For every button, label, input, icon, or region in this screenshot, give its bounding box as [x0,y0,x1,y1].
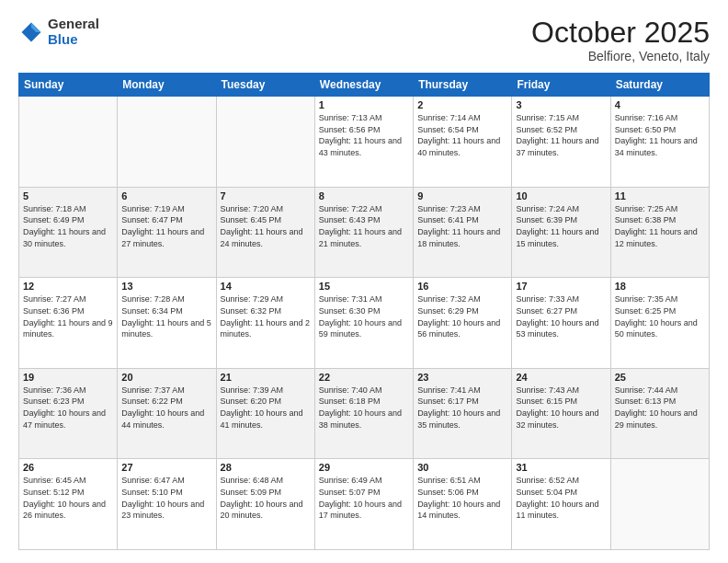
table-row: 18Sunrise: 7:35 AMSunset: 6:25 PMDayligh… [610,278,709,369]
day-info: Sunrise: 7:19 AMSunset: 6:47 PMDaylight:… [121,203,211,249]
day-number: 19 [23,372,113,383]
day-info: Sunrise: 7:18 AMSunset: 6:49 PMDaylight:… [23,203,113,249]
logo-blue: Blue [48,32,99,48]
day-info: Sunrise: 7:33 AMSunset: 6:27 PMDaylight:… [516,293,606,339]
day-info: Sunrise: 6:52 AMSunset: 5:04 PMDaylight:… [516,475,606,521]
day-number: 26 [23,462,113,473]
table-row: 13Sunrise: 7:28 AMSunset: 6:34 PMDayligh… [118,278,216,369]
table-row: 11Sunrise: 7:25 AMSunset: 6:38 PMDayligh… [610,187,709,278]
logo-icon [18,19,44,45]
table-row: 1Sunrise: 7:13 AMSunset: 6:56 PMDaylight… [314,97,413,188]
day-info: Sunrise: 7:28 AMSunset: 6:34 PMDaylight:… [121,293,211,339]
table-row: 7Sunrise: 7:20 AMSunset: 6:45 PMDaylight… [216,187,314,278]
day-number: 27 [121,462,211,473]
table-row: 30Sunrise: 6:51 AMSunset: 5:06 PMDayligh… [414,459,512,550]
day-info: Sunrise: 6:51 AMSunset: 5:06 PMDaylight:… [417,475,507,521]
day-info: Sunrise: 7:35 AMSunset: 6:25 PMDaylight:… [615,293,705,339]
title-area: October 2025 Belfiore, Veneto, Italy [531,17,710,63]
day-info: Sunrise: 7:41 AMSunset: 6:17 PMDaylight:… [417,385,507,431]
calendar-week-row: 12Sunrise: 7:27 AMSunset: 6:36 PMDayligh… [19,278,710,369]
calendar-week-row: 26Sunrise: 6:45 AMSunset: 5:12 PMDayligh… [19,459,710,550]
day-info: Sunrise: 7:27 AMSunset: 6:36 PMDaylight:… [23,293,113,339]
logo-general: General [48,17,99,32]
table-row: 25Sunrise: 7:44 AMSunset: 6:13 PMDayligh… [610,368,709,459]
day-info: Sunrise: 6:48 AMSunset: 5:09 PMDaylight:… [221,475,311,521]
day-info: Sunrise: 7:16 AMSunset: 6:50 PMDaylight:… [615,112,705,158]
calendar-header-row: Sunday Monday Tuesday Wednesday Thursday… [19,74,710,97]
day-number: 20 [121,372,211,383]
logo: General Blue [18,17,99,47]
month-title: October 2025 [531,17,710,49]
table-row: 28Sunrise: 6:48 AMSunset: 5:09 PMDayligh… [216,459,314,550]
col-monday: Monday [118,74,216,97]
day-number: 15 [319,281,409,292]
day-number: 29 [319,462,409,473]
col-tuesday: Tuesday [216,74,314,97]
table-row: 2Sunrise: 7:14 AMSunset: 6:54 PMDaylight… [414,97,512,188]
table-row: 10Sunrise: 7:24 AMSunset: 6:39 PMDayligh… [512,187,610,278]
calendar-week-row: 5Sunrise: 7:18 AMSunset: 6:49 PMDaylight… [19,187,710,278]
day-number: 18 [615,281,705,292]
day-info: Sunrise: 7:15 AMSunset: 6:52 PMDaylight:… [516,112,606,158]
col-thursday: Thursday [414,74,512,97]
day-number: 9 [417,190,507,201]
table-row: 31Sunrise: 6:52 AMSunset: 5:04 PMDayligh… [512,459,610,550]
day-info: Sunrise: 7:13 AMSunset: 6:56 PMDaylight:… [319,112,409,158]
table-row: 8Sunrise: 7:22 AMSunset: 6:43 PMDaylight… [314,187,413,278]
day-number: 6 [121,190,211,201]
day-number: 23 [417,372,507,383]
day-info: Sunrise: 6:49 AMSunset: 5:07 PMDaylight:… [319,475,409,521]
table-row [610,459,709,550]
day-info: Sunrise: 7:37 AMSunset: 6:22 PMDaylight:… [121,385,211,431]
day-info: Sunrise: 7:44 AMSunset: 6:13 PMDaylight:… [615,385,705,431]
day-info: Sunrise: 7:23 AMSunset: 6:41 PMDaylight:… [417,203,507,249]
day-info: Sunrise: 7:25 AMSunset: 6:38 PMDaylight:… [615,203,705,249]
col-sunday: Sunday [19,74,118,97]
day-info: Sunrise: 6:47 AMSunset: 5:10 PMDaylight:… [121,475,211,521]
table-row: 14Sunrise: 7:29 AMSunset: 6:32 PMDayligh… [216,278,314,369]
day-number: 30 [417,462,507,473]
day-info: Sunrise: 7:43 AMSunset: 6:15 PMDaylight:… [516,385,606,431]
day-number: 24 [516,372,606,383]
day-number: 10 [516,190,606,201]
day-number: 11 [615,190,705,201]
table-row: 9Sunrise: 7:23 AMSunset: 6:41 PMDaylight… [414,187,512,278]
day-info: Sunrise: 7:29 AMSunset: 6:32 PMDaylight:… [221,293,311,339]
day-number: 25 [615,372,705,383]
col-friday: Friday [512,74,610,97]
table-row: 24Sunrise: 7:43 AMSunset: 6:15 PMDayligh… [512,368,610,459]
table-row: 23Sunrise: 7:41 AMSunset: 6:17 PMDayligh… [414,368,512,459]
day-number: 2 [417,99,507,110]
calendar-week-row: 1Sunrise: 7:13 AMSunset: 6:56 PMDaylight… [19,97,710,188]
day-info: Sunrise: 7:24 AMSunset: 6:39 PMDaylight:… [516,203,606,249]
day-info: Sunrise: 7:40 AMSunset: 6:18 PMDaylight:… [319,385,409,431]
day-number: 22 [319,372,409,383]
calendar-week-row: 19Sunrise: 7:36 AMSunset: 6:23 PMDayligh… [19,368,710,459]
location-subtitle: Belfiore, Veneto, Italy [531,49,710,63]
day-number: 21 [221,372,311,383]
table-row: 21Sunrise: 7:39 AMSunset: 6:20 PMDayligh… [216,368,314,459]
day-number: 14 [221,281,311,292]
table-row: 26Sunrise: 6:45 AMSunset: 5:12 PMDayligh… [19,459,118,550]
day-number: 1 [319,99,409,110]
table-row: 16Sunrise: 7:32 AMSunset: 6:29 PMDayligh… [414,278,512,369]
table-row: 19Sunrise: 7:36 AMSunset: 6:23 PMDayligh… [19,368,118,459]
day-info: Sunrise: 7:22 AMSunset: 6:43 PMDaylight:… [319,203,409,249]
day-info: Sunrise: 7:31 AMSunset: 6:30 PMDaylight:… [319,293,409,339]
day-number: 17 [516,281,606,292]
day-number: 16 [417,281,507,292]
day-info: Sunrise: 7:20 AMSunset: 6:45 PMDaylight:… [221,203,311,249]
table-row: 5Sunrise: 7:18 AMSunset: 6:49 PMDaylight… [19,187,118,278]
day-number: 28 [221,462,311,473]
table-row [118,97,216,188]
page: General Blue October 2025 Belfiore, Vene… [0,0,728,563]
table-row: 17Sunrise: 7:33 AMSunset: 6:27 PMDayligh… [512,278,610,369]
day-number: 4 [615,99,705,110]
day-number: 8 [319,190,409,201]
table-row: 6Sunrise: 7:19 AMSunset: 6:47 PMDaylight… [118,187,216,278]
table-row [19,97,118,188]
day-number: 31 [516,462,606,473]
day-info: Sunrise: 7:14 AMSunset: 6:54 PMDaylight:… [417,112,507,158]
day-number: 12 [23,281,113,292]
col-wednesday: Wednesday [314,74,413,97]
